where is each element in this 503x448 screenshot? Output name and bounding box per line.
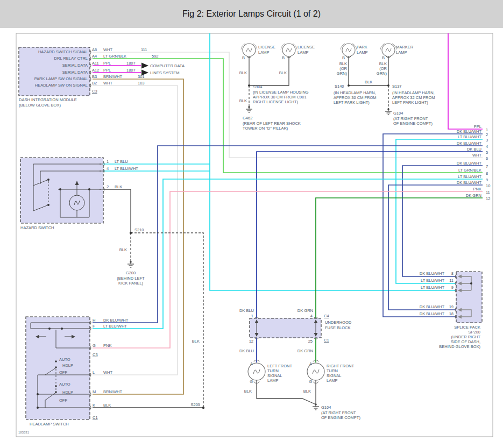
s210-gnd-wire: BLK — [119, 247, 127, 252]
fuse-block-box — [250, 318, 321, 338]
right-lamp-pin-g: G — [309, 379, 312, 384]
ground-g200: G200 — [126, 271, 136, 275]
fuse-pin-1: 1 — [251, 314, 253, 318]
hazard-color-1: LT BLU — [115, 159, 128, 164]
link-wire: BLK — [365, 80, 372, 84]
splice-s904: S904 — [253, 84, 263, 89]
wire-a4-lt-grn-blk — [93, 59, 483, 173]
left-lamp-name-1: LEFT FRONT — [267, 364, 293, 368]
license-2-wire: BLK — [279, 70, 287, 75]
sp200-color-8: DK BLU/WHT — [420, 271, 445, 276]
ground-icon — [313, 403, 319, 410]
splice-s904-dot — [248, 84, 250, 87]
ground-g104-top: G104 — [393, 111, 403, 116]
wire-hazard-pin2 — [103, 189, 131, 233]
park-wire-3: GRN) — [337, 71, 348, 76]
fuse-wire-br: DK GRN — [297, 349, 313, 353]
dim-pin-3: A12 — [92, 68, 99, 73]
headlamp-pin-l: L — [93, 370, 95, 375]
ground-g462: G462 — [243, 116, 252, 120]
sp200-pin-18: 18 — [449, 311, 454, 316]
license-lamp-1-name: LICENSE — [258, 45, 275, 49]
hazard-color-4: LT BLU/WHT — [115, 166, 138, 171]
sp200-label-4: SIDE OF DASH, — [451, 339, 480, 344]
edge-label-12: DK GRN — [466, 193, 481, 198]
dim-color-2: PPL — [103, 61, 111, 66]
s140-desc-1: (IN HEADLAMP HARN, — [334, 90, 376, 95]
dim-signal-4: PARK LAMP SW ON SIGNAL — [34, 76, 88, 81]
headlamp-pin-g: G — [93, 343, 96, 348]
marker-lamp-name: MARKER — [396, 45, 414, 49]
right-lamp-name-1: RIGHT FRONT — [327, 364, 355, 368]
fuse-wire-tl: DK BLU — [239, 308, 254, 313]
edge-num-8: 8 — [486, 171, 488, 176]
front-turn-lamps: A G BLK LEFT FRONT TURN SIGNAL LAMP A G … — [244, 360, 361, 420]
dim-sublabel: (BELOW GLOVE BOX) — [19, 103, 61, 108]
s904-desc-3: RIGHT LICENSE LIGHT) — [253, 99, 299, 104]
splice-s137: S137 — [392, 84, 402, 89]
dim-color-4: BRN/WHT — [103, 74, 122, 79]
wire-ppl-offpage — [448, 33, 483, 129]
license-lamp-2-name2: LAMP — [297, 50, 308, 55]
dim-pin-2: A11 — [92, 61, 99, 66]
dim-circuit-2: 1807 — [126, 61, 136, 66]
sp200-color-9: LT BLU/WHT — [421, 285, 444, 290]
marker-pin: B — [382, 55, 385, 60]
ground-icon — [385, 108, 392, 115]
right-lamp-pin-a: A — [309, 361, 312, 366]
headlamp-color-g: PNK — [103, 343, 111, 348]
g462-desc-2: TOWER ON "D" PILLAR) — [243, 126, 288, 131]
right-lamp-name-3: SIGNAL — [327, 373, 342, 378]
headlamp-pin-k: K — [93, 403, 95, 408]
park-marker-lamps: PARK LAMP MARKER LAMP B B BLK (OR GRN) B… — [334, 44, 435, 126]
dim-color-1: LT GRN/BLK — [103, 54, 126, 59]
pos-off-1: OFF — [59, 370, 67, 375]
park-wire-1: BLK — [339, 61, 347, 66]
hazard-color-2: BLK — [115, 184, 122, 189]
sp200-pin-19: 19 — [449, 304, 454, 309]
g104-bottom-desc-2: OF ENGINE COMPT) — [321, 415, 360, 420]
sp200-label-5: BEHIND GLOVE BOX) — [439, 344, 480, 349]
edge-label-4: DK BLU/WHT — [457, 141, 482, 146]
s137-desc-1: (IN HEADLAMP HARN, — [392, 90, 435, 95]
data-bus-arrow-icon — [141, 70, 148, 76]
sp200-color-11: LT BLU/WHT — [421, 278, 444, 283]
splice-s140-dot — [348, 84, 350, 87]
right-lamp-name-2: TURN — [327, 368, 338, 373]
headlamp-switch-box — [26, 317, 90, 419]
s205-wire: BLK — [192, 339, 200, 344]
pos-auto-1: AUTO — [59, 357, 70, 362]
fuse-connector-c4: C4 — [324, 314, 329, 318]
fuse-pin-12: 12 — [249, 339, 253, 344]
left-lamp-wire: BLK — [244, 389, 252, 394]
hazard-switch-label: HAZARD SWITCH — [20, 225, 54, 230]
data-bus-arrow-icon — [141, 63, 148, 69]
edge-label-1: PPL — [474, 124, 481, 129]
dim-label: DASH INTEGRATION MODULE — [19, 97, 77, 102]
edge-label-8: LT GRN/BLK — [458, 168, 481, 173]
edge-label-3: LT BLU/WHT — [458, 134, 481, 139]
sp200-label-3: (UNDER RIGHT — [451, 335, 480, 339]
dim-color-0: WHT — [103, 47, 112, 52]
hazard-pin-2: 2 — [107, 184, 109, 189]
dim-color-5: WHT — [103, 81, 112, 86]
s137-desc-2: APPROX 32 CM FROM — [392, 95, 435, 100]
sheet-number: 185531 — [18, 431, 30, 434]
wire-s210-s205 — [131, 233, 203, 408]
marker-lamp-name2: LAMP — [396, 50, 407, 55]
wires — [93, 33, 483, 394]
edge-num-4: 4 — [486, 144, 488, 149]
dash-integration-module: HAZARD SWITCH SIGNAL DRL RELAY CTRL SERI… — [19, 47, 185, 108]
park-lamp-name: PARK — [357, 45, 367, 49]
headlamp-color-h: DK BLU/WHT — [103, 318, 129, 323]
dim-signal-1: DRL RELAY CTRL — [54, 56, 88, 61]
license-1-wire: BLK — [239, 70, 247, 75]
pos-hdlp-1: HDLP — [62, 363, 73, 368]
edge-label-6: WHT — [472, 153, 481, 158]
headlamp-color-m: BRN/WHT — [103, 389, 122, 394]
dim-circuit-0: 111 — [141, 47, 147, 52]
headlamp-color-f: LT BLU/WHT — [103, 324, 127, 329]
g104-top-desc-1: (AT RIGHT FRONT — [393, 116, 428, 121]
edge-num-2: 2 — [486, 132, 488, 137]
sp200-color-18: DK BLU/WHT — [420, 311, 445, 316]
